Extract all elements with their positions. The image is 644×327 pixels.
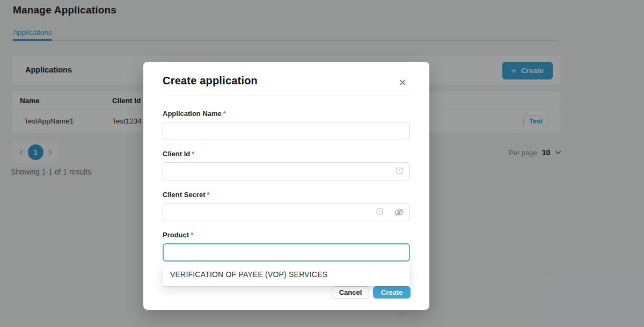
product-select[interactable] — [163, 243, 410, 261]
cancel-button[interactable]: Cancel — [332, 286, 369, 299]
client-id-input[interactable] — [163, 162, 410, 180]
client-secret-input[interactable] — [163, 203, 410, 221]
chevron-up-icon — [399, 310, 406, 315]
required-asterisk: * — [192, 150, 194, 158]
required-asterisk: * — [223, 110, 226, 118]
product-options-dropdown: VERIFICATION OF PAYEE (VOP) SERVICES — [163, 263, 410, 286]
client-id-label: Client Id* — [163, 150, 194, 158]
create-application-modal: Create application ✕ Application Name* C… — [143, 62, 429, 310]
password-autofill-icon[interactable] — [376, 208, 384, 216]
password-autofill-icon[interactable] — [396, 167, 404, 175]
create-submit-button[interactable]: Create — [373, 286, 411, 299]
eye-off-icon[interactable] — [394, 207, 404, 217]
required-asterisk: * — [191, 231, 193, 239]
modal-title: Create application — [163, 75, 258, 87]
required-asterisk: * — [207, 191, 209, 199]
product-option-vop[interactable]: VERIFICATION OF PAYEE (VOP) SERVICES — [170, 270, 402, 279]
close-icon[interactable]: ✕ — [397, 77, 408, 88]
product-label: Product* — [163, 231, 193, 239]
client-secret-label: Client Secret* — [163, 191, 210, 199]
modal-title-divider — [163, 96, 410, 96]
application-name-input[interactable] — [163, 122, 410, 140]
application-name-label: Application Name* — [163, 110, 226, 118]
page: Manage Applications Applications Applica… — [0, 0, 644, 327]
